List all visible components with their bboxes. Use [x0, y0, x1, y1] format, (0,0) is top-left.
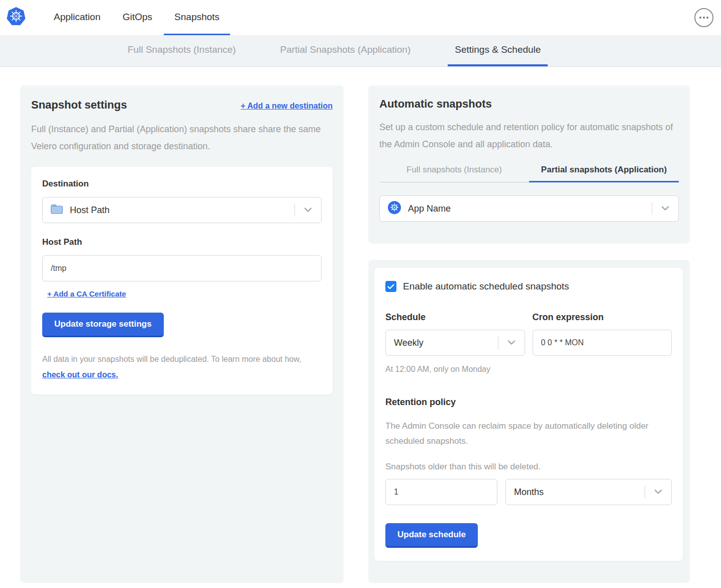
- storage-settings-card: Destination Host Path Host Path + Add a …: [31, 167, 333, 395]
- retention-unit-select[interactable]: Months: [505, 479, 672, 505]
- snapshot-settings-title: Snapshot settings: [31, 99, 127, 112]
- schedule-card: Enable automatic scheduled snapshots Sch…: [374, 268, 683, 561]
- kubernetes-logo-icon: [6, 7, 26, 29]
- top-nav-bar: Application GitOps Snapshots: [0, 0, 721, 35]
- app-logo: [6, 0, 26, 35]
- automatic-snapshots-description: Set up a custom schedule and retention p…: [379, 119, 679, 153]
- main-content: Snapshot settings + Add a new destinatio…: [0, 67, 721, 588]
- app-selected-value: App Name: [408, 204, 451, 214]
- add-ca-certificate-link[interactable]: + Add a CA Certificate: [47, 289, 126, 298]
- schedule-panel: Enable automatic scheduled snapshots Sch…: [368, 260, 690, 583]
- folder-icon: [51, 204, 63, 216]
- subnav-tab-partial-snapshots[interactable]: Partial Snapshots (Application): [273, 35, 418, 66]
- header-actions: [694, 0, 721, 35]
- snapshot-settings-description: Full (Instance) and Partial (Application…: [31, 121, 333, 155]
- schedule-label: Schedule: [385, 312, 525, 323]
- cron-human-readable: At 12:00 AM, only on Monday: [385, 365, 672, 374]
- snapshot-settings-panel: Snapshot settings + Add a new destinatio…: [20, 85, 344, 583]
- subnav-tab-settings-schedule[interactable]: Settings & Schedule: [448, 35, 548, 66]
- snapshots-subnav: Full Snapshots (Instance) Partial Snapsh…: [0, 35, 721, 67]
- retention-value-input[interactable]: [385, 479, 497, 505]
- nav-tab-snapshots[interactable]: Snapshots: [164, 0, 230, 35]
- app-select[interactable]: App Name: [379, 195, 679, 222]
- overflow-menu-button[interactable]: [694, 8, 713, 27]
- retention-unit-value: Months: [514, 487, 544, 498]
- cron-expression-input[interactable]: [533, 330, 672, 356]
- enable-snapshots-checkbox[interactable]: [385, 281, 396, 292]
- tab-partial-snapshots-application[interactable]: Partial snapshots (Application): [529, 165, 679, 182]
- retention-policy-title: Retention policy: [385, 397, 672, 408]
- retention-policy-description: The Admin Console can reclaim space by a…: [385, 419, 672, 449]
- add-new-destination-link[interactable]: + Add a new destination: [241, 102, 333, 111]
- enable-snapshots-row: Enable automatic scheduled snapshots: [385, 281, 672, 292]
- dedupe-note: All data in your snapshots will be dedup…: [42, 351, 322, 382]
- right-column: Automatic snapshots Set up a custom sche…: [368, 85, 690, 583]
- enable-snapshots-label: Enable automatic scheduled snapshots: [403, 281, 569, 292]
- chevron-down-icon: [295, 208, 321, 213]
- automatic-snapshots-title: Automatic snapshots: [379, 97, 679, 111]
- host-path-input[interactable]: [42, 255, 322, 281]
- destination-selected-value: Host Path: [70, 205, 110, 216]
- update-schedule-button[interactable]: Update schedule: [385, 523, 478, 548]
- schedule-frequency-select[interactable]: Weekly: [385, 330, 525, 356]
- destination-select[interactable]: Host Path: [42, 197, 322, 223]
- chevron-down-icon: [645, 489, 671, 495]
- tab-full-snapshots-instance[interactable]: Full snapshots (Instance): [379, 165, 529, 182]
- nav-tab-application[interactable]: Application: [43, 0, 111, 35]
- destination-label: Destination: [42, 179, 322, 189]
- primary-nav: Application GitOps Snapshots: [43, 0, 230, 35]
- chevron-down-icon: [652, 206, 678, 211]
- schedule-selected-value: Weekly: [394, 338, 424, 348]
- kubernetes-app-icon: [388, 201, 401, 216]
- update-storage-settings-button[interactable]: Update storage settings: [42, 313, 164, 337]
- snapshot-type-tabs: Full snapshots (Instance) Partial snapsh…: [379, 165, 679, 182]
- ellipsis-icon: [699, 17, 701, 19]
- automatic-snapshots-panel: Automatic snapshots Set up a custom sche…: [368, 85, 690, 244]
- cron-expression-label: Cron expression: [533, 312, 672, 323]
- nav-tab-gitops[interactable]: GitOps: [112, 0, 163, 35]
- subnav-tab-full-snapshots[interactable]: Full Snapshots (Instance): [121, 35, 243, 66]
- docs-link[interactable]: check out our docs.: [42, 370, 118, 379]
- host-path-label: Host Path: [42, 237, 322, 247]
- chevron-down-icon: [498, 340, 525, 345]
- retention-helper-text: Snapshots older than this will be delete…: [385, 462, 672, 472]
